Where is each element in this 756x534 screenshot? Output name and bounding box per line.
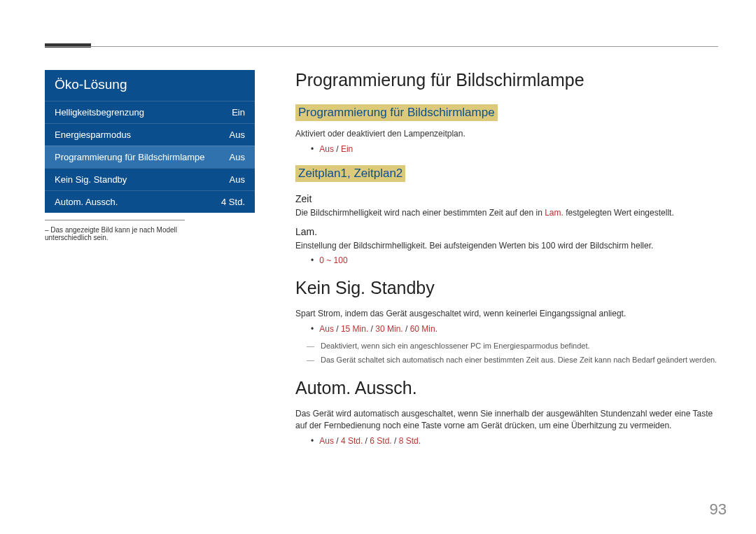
- section-lamp-schedule: Programmierung für Bildschirmlampe Progr…: [295, 70, 718, 265]
- bullet-icon: •: [311, 255, 314, 265]
- bullet-icon: •: [311, 144, 314, 154]
- menu-row-auto-off[interactable]: Autom. Aussch. 4 Std.: [45, 190, 255, 213]
- menu-row-value: Ein: [232, 107, 245, 118]
- option-list: • 0 ~ 100: [311, 255, 718, 265]
- menu-row-no-signal[interactable]: Kein Sig. Standby Aus: [45, 168, 255, 190]
- footnote: ― Deaktiviert, wenn sich ein angeschloss…: [307, 341, 718, 351]
- sub-heading-hl: Zeitplan1, Zeitplan2: [295, 165, 405, 182]
- description-text: Das Gerät wird automatisch ausgeschaltet…: [295, 408, 718, 432]
- menu-row-value: Aus: [230, 129, 245, 140]
- section-no-signal-standby: Kein Sig. Standby Spart Strom, indem das…: [295, 278, 718, 365]
- option-list: • Aus / 4 Std. / 6 Std. / 8 Std.: [311, 436, 718, 446]
- menu-row-brightness[interactable]: Helligkeitsbegrenzung Ein: [45, 101, 255, 123]
- menu-row-label: Helligkeitsbegrenzung: [55, 107, 144, 118]
- menu-row-energy[interactable]: Energiesparmodus Aus: [45, 123, 255, 146]
- sub-sub-heading: Zeit: [295, 193, 718, 204]
- section-title: Programmierung für Bildschirmlampe: [295, 70, 718, 90]
- option-list: • Aus / 15 Min. / 30 Min. / 60 Min.: [311, 324, 718, 334]
- option-value: 0 ~ 100: [319, 255, 347, 265]
- left-column: Öko-Lösung Helligkeitsbegrenzung Ein Ene…: [45, 70, 255, 458]
- dash-icon: ―: [307, 341, 315, 351]
- option-values: Aus / 15 Min. / 30 Min. / 60 Min.: [319, 324, 438, 334]
- menu-footnote: – Das angezeigte Bild kann je nach Model…: [45, 220, 185, 241]
- menu-title: Öko-Lösung: [45, 70, 255, 101]
- description-text: Aktiviert oder deaktiviert den Lampenzei…: [295, 128, 718, 140]
- menu-row-label: Energiesparmodus: [55, 129, 131, 140]
- main-column: Programmierung für Bildschirmlampe Progr…: [295, 70, 718, 458]
- menu-row-label: Programmierung für Bildschirmlampe: [55, 152, 205, 162]
- menu-row-value: Aus: [230, 174, 245, 185]
- section-auto-off: Autom. Aussch. Das Gerät wird automatisc…: [295, 378, 718, 446]
- menu-row-lamp-schedule[interactable]: Programmierung für Bildschirmlampe Aus: [45, 146, 255, 168]
- menu-panel: Öko-Lösung Helligkeitsbegrenzung Ein Ene…: [45, 70, 255, 213]
- sub-sub-heading: Lam.: [295, 226, 718, 237]
- bullet-icon: •: [311, 436, 314, 446]
- menu-row-value: Aus: [230, 152, 245, 162]
- page-content: Öko-Lösung Helligkeitsbegrenzung Ein Ene…: [0, 0, 756, 458]
- menu-row-value: 4 Std.: [221, 197, 245, 207]
- header-rule: [45, 46, 718, 47]
- menu-row-label: Kein Sig. Standby: [55, 174, 127, 185]
- dash-icon: ―: [307, 355, 315, 365]
- option-values: Aus / Ein: [319, 144, 353, 154]
- bullet-icon: •: [311, 324, 314, 334]
- description-text: Spart Strom, indem das Gerät ausgeschalt…: [295, 308, 718, 320]
- option-list: • Aus / Ein: [311, 144, 718, 154]
- menu-row-label: Autom. Aussch.: [55, 197, 118, 207]
- header-accent-bar: [45, 43, 91, 48]
- description-text: Einstellung der Bildschirmhelligkeit. Be…: [295, 240, 718, 252]
- footnote: ― Das Gerät schaltet sich automatisch na…: [307, 355, 718, 365]
- page-number: 93: [710, 500, 727, 519]
- section-title: Kein Sig. Standby: [295, 278, 718, 298]
- description-text: Die Bildschirmhelligkeit wird nach einer…: [295, 207, 718, 219]
- option-values: Aus / 4 Std. / 6 Std. / 8 Std.: [319, 436, 421, 446]
- sub-heading-hl: Programmierung für Bildschirmlampe: [295, 104, 498, 121]
- section-title: Autom. Aussch.: [295, 378, 718, 398]
